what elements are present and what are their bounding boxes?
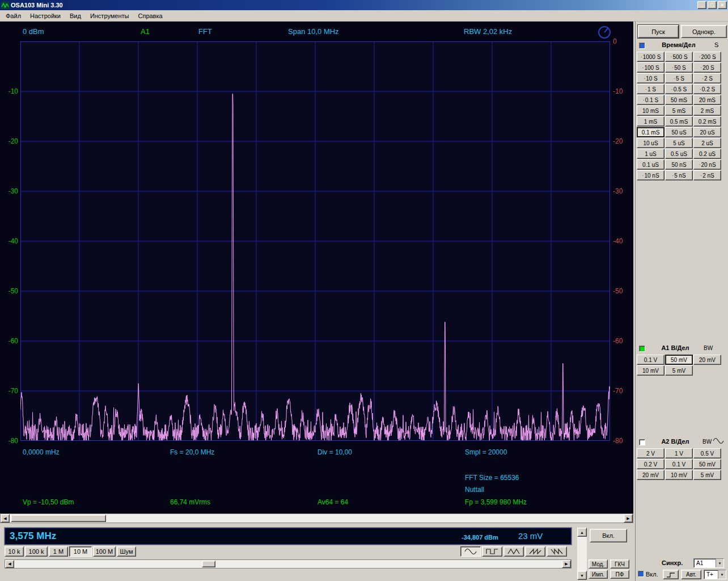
maximize-button[interactable]: □ bbox=[708, 1, 717, 9]
auto-trigger-button[interactable]: Авт. bbox=[681, 570, 701, 579]
a2-vdiv-button[interactable]: 0.1 V bbox=[665, 459, 693, 469]
timebase-button[interactable]: 0.1 mS bbox=[637, 127, 664, 137]
timebase-button[interactable]: 0.1 uS bbox=[637, 159, 664, 170]
timebase-button[interactable]: ·10 S bbox=[637, 73, 664, 83]
scroll-right-icon[interactable]: ▶ bbox=[624, 514, 633, 523]
scroll-up-icon[interactable]: ▲ bbox=[577, 528, 587, 537]
timebase-button[interactable]: ·5 S bbox=[665, 73, 693, 83]
right-v-scrollbar[interactable]: ▲ ▼ bbox=[577, 528, 587, 580]
timebase-button[interactable]: 1 uS bbox=[637, 149, 664, 159]
y-axis-label: 0 bbox=[613, 37, 632, 45]
timebase-button[interactable]: 2 mS bbox=[693, 106, 721, 116]
timebase-enable-checkbox[interactable] bbox=[639, 43, 645, 49]
timebase-button[interactable]: ·20 S bbox=[693, 62, 721, 73]
timebase-button[interactable]: 50 uS bbox=[665, 127, 693, 137]
timebase-button[interactable]: 20 mS bbox=[693, 95, 721, 105]
start-freq-label: 0,0000 mHz bbox=[23, 448, 60, 456]
chevron-down-icon[interactable]: ▼ bbox=[716, 559, 723, 567]
timebase-button[interactable]: ·2 S bbox=[693, 73, 721, 83]
menu-item-3[interactable]: Вид bbox=[65, 11, 86, 20]
timebase-button[interactable]: 1 mS bbox=[637, 116, 664, 127]
timebase-button[interactable]: 50 mS bbox=[665, 95, 693, 105]
timebase-button[interactable]: 5 mS bbox=[665, 106, 693, 116]
range-button[interactable]: 10 M bbox=[69, 546, 92, 557]
menu-item-1[interactable]: Файл bbox=[1, 11, 26, 20]
sync-enable-checkbox[interactable] bbox=[638, 571, 644, 577]
range-button[interactable]: 100 k bbox=[25, 546, 48, 557]
timebase-button[interactable]: ·200 S bbox=[693, 52, 721, 62]
a2-vdiv-button[interactable]: 10 mV bbox=[665, 470, 693, 480]
timebase-button[interactable]: ·0.5 S bbox=[665, 84, 693, 94]
timebase-button[interactable]: ·2 nS bbox=[693, 170, 721, 180]
spectrum-plot[interactable] bbox=[20, 41, 610, 441]
timebase-button[interactable]: 0.5 uS bbox=[665, 149, 693, 159]
gkch-button[interactable]: ГКЧ bbox=[610, 559, 629, 569]
a2-vdiv-button[interactable]: 5 mV bbox=[693, 470, 721, 480]
timebase-button[interactable]: ·5 nS bbox=[665, 170, 693, 180]
timebase-button[interactable]: ·0.1 S bbox=[637, 95, 664, 105]
a2-vdiv-button[interactable]: 1 V bbox=[665, 448, 693, 458]
a1-vdiv-button[interactable]: 10 mV bbox=[637, 365, 664, 376]
run-button[interactable]: Пуск bbox=[638, 25, 679, 38]
a1-vdiv-button[interactable]: 0.1 V bbox=[637, 355, 664, 365]
scroll-left-icon[interactable]: ◀ bbox=[1, 514, 10, 523]
close-button[interactable]: × bbox=[718, 1, 727, 9]
timebase-button[interactable]: 0.2 uS bbox=[693, 149, 721, 159]
timebase-button[interactable]: ·500 S bbox=[665, 52, 693, 62]
a2-vdiv-button[interactable]: 0.5 V bbox=[693, 448, 721, 458]
generator-scrollbar[interactable]: ◀ ▶ bbox=[5, 559, 572, 569]
a2-vdiv-button[interactable]: 2 V bbox=[637, 448, 664, 458]
range-button[interactable]: 10 k bbox=[5, 546, 24, 557]
scrollbar-thumb[interactable] bbox=[11, 515, 106, 522]
scroll-right-icon[interactable]: ▶ bbox=[562, 560, 571, 568]
range-button[interactable]: Шум bbox=[117, 546, 136, 557]
waveform-sine-button[interactable] bbox=[460, 546, 481, 557]
timebase-button[interactable]: 0.5 mS bbox=[665, 116, 693, 127]
timebase-button[interactable]: 10 uS bbox=[637, 138, 664, 148]
menu-item-5[interactable]: Справка bbox=[133, 11, 167, 20]
single-button[interactable]: Однокр. bbox=[681, 25, 727, 38]
trigger-mode-select[interactable]: Т+ ▼ bbox=[704, 570, 726, 579]
waveform-ramp-up-button[interactable] bbox=[525, 546, 545, 557]
a2-enable-checkbox[interactable] bbox=[639, 439, 645, 445]
pf-button[interactable]: ПФ bbox=[610, 570, 629, 579]
imp-button[interactable]: Имп. bbox=[589, 570, 608, 579]
timebase-button[interactable]: 0.2 mS bbox=[693, 116, 721, 127]
a1-vdiv-button[interactable]: 20 mV bbox=[693, 355, 721, 365]
timebase-button[interactable]: ·1000 S bbox=[637, 52, 664, 62]
sync-source-select[interactable]: A1 ▼ bbox=[693, 558, 724, 568]
generator-enable-button[interactable]: Вкл. bbox=[590, 529, 627, 542]
timebase-button[interactable]: ·50 S bbox=[665, 62, 693, 73]
timebase-button[interactable]: 5 uS bbox=[665, 138, 693, 148]
a2-vdiv-button[interactable]: 50 mV bbox=[693, 459, 721, 469]
a1-vdiv-button[interactable]: 5 mV bbox=[665, 365, 693, 376]
timebase-button[interactable]: ·20 nS bbox=[693, 159, 721, 170]
timebase-button[interactable]: ·100 S bbox=[637, 62, 664, 73]
mod-button[interactable]: Мод. bbox=[589, 559, 608, 569]
scrollbar-thumb[interactable] bbox=[202, 561, 215, 567]
a1-vdiv-button[interactable]: 50 mV bbox=[665, 355, 693, 365]
a2-vdiv-button[interactable]: 20 mV bbox=[637, 470, 664, 480]
range-button[interactable]: 100 M bbox=[93, 546, 116, 557]
timebase-button[interactable]: 50 nS bbox=[665, 159, 693, 170]
range-button[interactable]: 1 M bbox=[49, 546, 68, 557]
waveform-ramp-down-button[interactable] bbox=[547, 546, 567, 557]
a2-vdiv-button[interactable]: 0.2 V bbox=[637, 459, 664, 469]
trigger-slope-button[interactable] bbox=[663, 570, 679, 579]
menu-item-2[interactable]: Настройки bbox=[26, 11, 65, 20]
scroll-left-icon[interactable]: ◀ bbox=[5, 560, 14, 568]
a1-enable-checkbox[interactable] bbox=[639, 346, 645, 352]
chevron-down-icon[interactable]: ▼ bbox=[718, 570, 726, 579]
waveform-square-button[interactable] bbox=[482, 546, 502, 557]
timebase-button[interactable]: ·0.2 S bbox=[693, 84, 721, 94]
timebase-button[interactable]: ·10 nS bbox=[637, 170, 664, 180]
plot-h-scrollbar[interactable]: ◀ ▶ bbox=[0, 513, 633, 523]
menu-item-4[interactable]: Инструменты bbox=[86, 11, 134, 20]
waveform-triangle-button[interactable] bbox=[503, 546, 524, 557]
minimize-button[interactable]: _ bbox=[697, 1, 706, 9]
timebase-button[interactable]: 10 mS bbox=[637, 106, 664, 116]
timebase-button[interactable]: 20 uS bbox=[693, 127, 721, 137]
timebase-button[interactable]: 2 uS bbox=[693, 138, 721, 148]
timebase-button[interactable]: ·1 S bbox=[637, 84, 664, 94]
scroll-down-icon[interactable]: ▼ bbox=[577, 571, 587, 580]
